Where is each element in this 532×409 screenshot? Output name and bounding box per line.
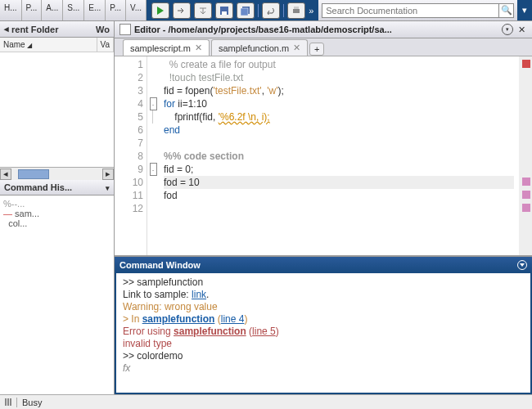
scroll-thumb[interactable]	[18, 169, 49, 179]
status-bar: Busy	[0, 394, 532, 409]
history-item[interactable]: col...	[3, 218, 110, 228]
run-button[interactable]	[151, 2, 169, 19]
current-folder-panel: ◂rent FolderWo Name ◢ Va ◂ ▸	[0, 21, 114, 180]
code-area[interactable]: % create a file for output !touch testFi…	[159, 56, 519, 255]
scroll-left-icon[interactable]: ◂	[0, 169, 11, 180]
undo-button[interactable]	[262, 2, 280, 19]
close-icon[interactable]: ✕	[516, 25, 527, 35]
command-window-titlebar[interactable]: Command Window	[115, 257, 532, 273]
error-indicator-icon[interactable]	[522, 60, 530, 68]
editor-title-text: Editor - /home/andy/projects/base16-matl…	[134, 25, 498, 34]
ribbon-tab[interactable]: P...	[106, 0, 126, 20]
command-window-body[interactable]: >> samplefunction Link to sample: link. …	[115, 273, 532, 394]
save-all-button[interactable]	[237, 2, 255, 19]
left-column: ◂rent FolderWo Name ◢ Va ◂ ▸ Command His…	[0, 21, 115, 394]
line-number-gutter: 123456789101112	[115, 56, 147, 255]
history-item[interactable]: %--...	[3, 199, 110, 209]
main-area: ◂rent FolderWo Name ◢ Va ◂ ▸ Command His…	[0, 21, 532, 394]
ribbon-tab[interactable]: E...	[84, 0, 106, 20]
svg-rect-3	[241, 8, 248, 16]
more-tools-icon[interactable]: »	[309, 6, 313, 16]
ribbon-tabs: H... P... A... S... E... P... V...	[0, 0, 147, 20]
close-tab-icon[interactable]: ✕	[293, 43, 300, 53]
ribbon-tab[interactable]: A...	[42, 0, 63, 20]
ribbon-tab[interactable]: V...	[126, 0, 147, 20]
folder-file-list[interactable]	[0, 52, 114, 167]
ribbon-tab[interactable]: H...	[0, 0, 22, 20]
search-icon[interactable]: 🔍	[499, 3, 514, 18]
code-fold-gutter: - -	[147, 56, 159, 255]
fold-toggle-icon[interactable]: -	[150, 97, 157, 110]
warning-indicator-icon[interactable]	[522, 178, 530, 186]
editor-panel: Editor - /home/andy/projects/base16-matl…	[115, 21, 532, 255]
prompt-icon: fx	[123, 362, 130, 374]
editor-icon	[119, 24, 131, 35]
quick-access-toolbar: »	[147, 0, 318, 20]
history-item[interactable]: — sam...	[3, 209, 110, 218]
svg-rect-1	[222, 11, 227, 15]
ribbon-tab[interactable]: S...	[63, 0, 84, 20]
current-folder-header[interactable]: ◂rent FolderWo	[0, 21, 114, 38]
step-in-button[interactable]	[194, 2, 212, 19]
column-name[interactable]: Name ◢	[0, 38, 97, 52]
file-tab[interactable]: samplescript.m✕	[123, 39, 210, 56]
new-tab-button[interactable]: +	[309, 43, 324, 56]
output-link[interactable]: link	[192, 289, 206, 300]
svg-rect-4	[293, 9, 300, 13]
folder-horizontal-scrollbar[interactable]: ◂ ▸	[0, 167, 114, 180]
step-button[interactable]	[173, 2, 191, 19]
fold-toggle-icon[interactable]: -	[150, 163, 157, 176]
search-container: 🔍	[318, 3, 517, 18]
command-history-header[interactable]: Command His...	[0, 180, 114, 196]
search-input[interactable]	[322, 3, 499, 18]
save-button[interactable]	[215, 2, 233, 19]
panel-menu-icon[interactable]	[106, 182, 110, 192]
output-link[interactable]: line 4	[221, 313, 245, 325]
command-history-panel: Command His... %--... — sam... col...	[0, 180, 114, 394]
folder-columns: Name ◢ Va	[0, 38, 114, 52]
output-link[interactable]: line 5	[252, 326, 276, 337]
top-toolbar: H... P... A... S... E... P... V... » 🔍 ▾	[0, 0, 532, 21]
ribbon-tab[interactable]: P...	[22, 0, 43, 20]
scroll-right-icon[interactable]: ▸	[102, 169, 114, 180]
editor-file-tabs: samplescript.m✕ samplefunction.m✕ +	[115, 38, 532, 56]
window-menu-button[interactable]: ▾	[517, 0, 532, 20]
panel-menu-icon[interactable]	[517, 260, 527, 270]
warning-indicator-icon[interactable]	[522, 191, 530, 199]
close-tab-icon[interactable]: ✕	[195, 43, 202, 53]
print-button[interactable]	[287, 2, 305, 19]
editor-titlebar: Editor - /home/andy/projects/base16-matl…	[115, 21, 532, 38]
svg-rect-5	[294, 7, 299, 9]
file-tab[interactable]: samplefunction.m✕	[211, 39, 308, 56]
editor-body: 123456789101112 - - % create a file for …	[115, 56, 532, 255]
warning-indicator-icon[interactable]	[522, 204, 530, 212]
busy-indicator-icon	[5, 398, 11, 406]
right-column: Editor - /home/andy/projects/base16-matl…	[115, 21, 532, 394]
panel-menu-icon[interactable]: ▾	[502, 24, 513, 35]
output-link[interactable]: samplefunction	[142, 313, 215, 325]
column-value[interactable]: Va	[97, 38, 115, 52]
code-indicator-margin	[519, 56, 532, 255]
command-history-list[interactable]: %--... — sam... col...	[0, 196, 114, 394]
status-text: Busy	[22, 398, 42, 407]
output-link[interactable]: samplefunction	[174, 326, 246, 337]
command-window-panel: Command Window >> samplefunction Link to…	[115, 255, 532, 394]
